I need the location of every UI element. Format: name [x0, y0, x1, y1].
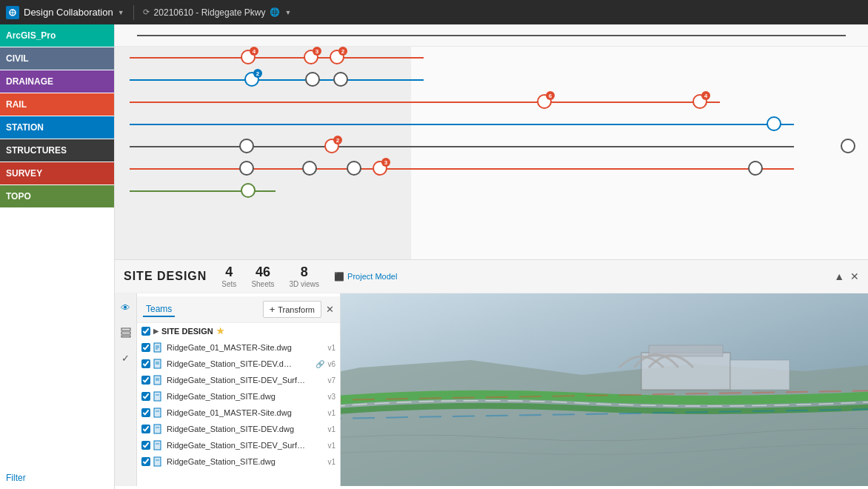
filter-button[interactable]: Filter [0, 467, 114, 489]
discipline-topo[interactable]: TOPO [0, 185, 114, 207]
chevron-up-button[interactable]: ▲ [834, 270, 844, 282]
file-checkbox-6[interactable] [141, 441, 150, 450]
timeline-row-structures: 2 [115, 136, 868, 158]
file-item-1[interactable]: RidgeGate_Station_SITE-DEV.d… 🔗 v6 [137, 356, 340, 372]
badge-d1: 2 [253, 69, 262, 78]
link-icon-1: 🔗 [316, 360, 324, 368]
event-drainage-1[interactable]: 2 [244, 72, 259, 87]
file-item-5[interactable]: RidgeGate_Station_SITE-DEV.dwg v1 [137, 421, 340, 437]
event-struct-1[interactable] [239, 139, 254, 153]
discipline-arcgis[interactable]: ArcGIS_Pro [0, 24, 114, 47]
timeline-row-rail: 6 4 [115, 91, 868, 113]
svg-rect-30 [730, 360, 789, 390]
disciplines-list: ArcGIS_Pro CIVIL DRAINAGE RAIL STATION S… [0, 24, 114, 467]
file-version-5: v1 [327, 425, 335, 433]
discipline-survey[interactable]: SURVEY [0, 162, 114, 184]
file-checkbox-7[interactable] [141, 457, 150, 466]
brand-label: Design Collaboration [24, 7, 113, 18]
svg-rect-28 [641, 353, 730, 390]
svg-rect-18 [154, 408, 161, 417]
dwg-icon-0 [153, 342, 164, 353]
folder-expand-icon: ▶ [153, 327, 158, 335]
tree-root-item[interactable]: ▶ SITE DESIGN ★ [137, 323, 340, 339]
event-civil-3[interactable]: 2 [330, 50, 344, 64]
file-checkbox-1[interactable] [141, 359, 150, 368]
visibility-toggle[interactable]: 👁 [118, 299, 134, 316]
3d-scene-svg [341, 293, 868, 486]
file-name-2: RidgeGate_Station_SITE-DEV_Surf… [167, 376, 324, 385]
file-version-6: v1 [327, 442, 335, 450]
check-icon-btn[interactable]: ✓ [118, 350, 134, 366]
project-label: 20210610 - Ridgegate Pkwy [154, 7, 266, 18]
file-version-3: v3 [327, 393, 335, 401]
file-checkbox-3[interactable] [141, 392, 150, 401]
file-checkbox-5[interactable] [141, 425, 150, 433]
file-version-7: v1 [327, 458, 335, 466]
root-checkbox[interactable] [141, 327, 150, 336]
file-item-4[interactable]: RidgeGate_01_MASTER-Site.dwg v1 [137, 405, 340, 421]
file-tree-panel: Teams + Transform ✕ [137, 293, 341, 486]
file-checkbox-2[interactable] [141, 376, 150, 385]
project-icon: ⟳ [143, 7, 150, 17]
viewport-3d[interactable] [341, 293, 868, 486]
close-panel-button[interactable]: ✕ [850, 270, 859, 282]
layers-icon-btn[interactable] [118, 325, 134, 341]
discipline-civil[interactable]: CIVIL [0, 47, 114, 70]
project-model-button[interactable]: ⬛ Project Model [334, 265, 397, 288]
event-survey-1[interactable] [239, 161, 254, 176]
project-selector[interactable]: ⟳ 20210610 - Ridgegate Pkwy 🌐 ▼ [143, 7, 292, 18]
event-drainage-2[interactable] [305, 72, 320, 87]
file-version-4: v1 [327, 409, 335, 417]
discipline-rail[interactable]: RAIL [0, 93, 114, 116]
file-item-2[interactable]: RidgeGate_Station_SITE-DEV_Surf… v7 [137, 372, 340, 388]
file-checkbox-4[interactable] [141, 408, 150, 417]
file-name-3: RidgeGate_Station_SITE.dwg [167, 392, 324, 401]
event-drainage-3[interactable] [333, 72, 348, 87]
timeline-row-civil: 4 3 2 [115, 47, 868, 69]
discipline-station[interactable]: STATION [0, 116, 114, 139]
stat-sheets: 46 Sheets [251, 265, 274, 288]
cube-icon: ⬛ [334, 272, 344, 282]
brand-chevron[interactable]: ▼ [118, 9, 124, 16]
badge-2: 3 [313, 47, 321, 56]
teams-tab[interactable]: Teams [143, 302, 175, 317]
brand-area[interactable]: Design Collaboration ▼ [6, 6, 124, 19]
brand-icon [6, 6, 19, 19]
project-chevron[interactable]: ▼ [284, 9, 291, 16]
transform-button[interactable]: + Transform [263, 301, 321, 318]
event-struct-2[interactable]: 2 [324, 139, 339, 153]
file-version-2: v7 [327, 376, 335, 385]
file-name-5: RidgeGate_Station_SITE-DEV.dwg [167, 425, 324, 433]
event-survey-4[interactable]: 3 [373, 161, 387, 176]
badge-r1: 6 [546, 91, 555, 100]
file-tree-tabs: Teams [143, 302, 175, 317]
file-item-0[interactable]: RidgeGate_01_MASTER-Site.dwg v1 [137, 339, 340, 356]
event-survey-5[interactable] [748, 161, 763, 176]
root-label: SITE DESIGN [161, 327, 213, 336]
svg-rect-24 [154, 457, 161, 466]
discipline-structures[interactable]: STRUCTURES [0, 139, 114, 162]
station-line [130, 124, 794, 125]
event-station-1[interactable] [767, 116, 781, 131]
file-item-3[interactable]: RidgeGate_Station_SITE.dwg v3 [137, 388, 340, 405]
dwg-icon-5 [153, 424, 164, 434]
event-survey-2[interactable] [302, 161, 317, 176]
event-struct-3[interactable] [841, 139, 855, 153]
event-survey-3[interactable] [347, 161, 361, 176]
main-layout: ArcGIS_Pro CIVIL DRAINAGE RAIL STATION S… [0, 24, 868, 489]
event-topo-1[interactable] [241, 183, 256, 198]
dwg-icon-2 [153, 375, 164, 385]
discipline-drainage[interactable]: DRAINAGE [0, 70, 114, 93]
dwg-icon-6 [153, 440, 164, 450]
event-civil-2[interactable]: 3 [304, 50, 318, 64]
file-checkbox-0[interactable] [141, 343, 150, 352]
bottom-content: 👁 ✓ Teams [115, 293, 868, 486]
close-file-tree-button[interactable]: ✕ [326, 304, 334, 315]
event-rail-1[interactable]: 6 [537, 94, 552, 109]
event-civil-1[interactable]: 4 [241, 50, 256, 64]
timeline-row-drainage: 2 [115, 69, 868, 91]
event-rail-2[interactable]: 4 [692, 94, 707, 109]
file-item-6[interactable]: RidgeGate_Station_SITE-DEV_Surf… v1 [137, 437, 340, 453]
file-item-7[interactable]: RidgeGate_Station_SITE.dwg v1 [137, 453, 340, 470]
file-version-0: v1 [327, 344, 335, 352]
